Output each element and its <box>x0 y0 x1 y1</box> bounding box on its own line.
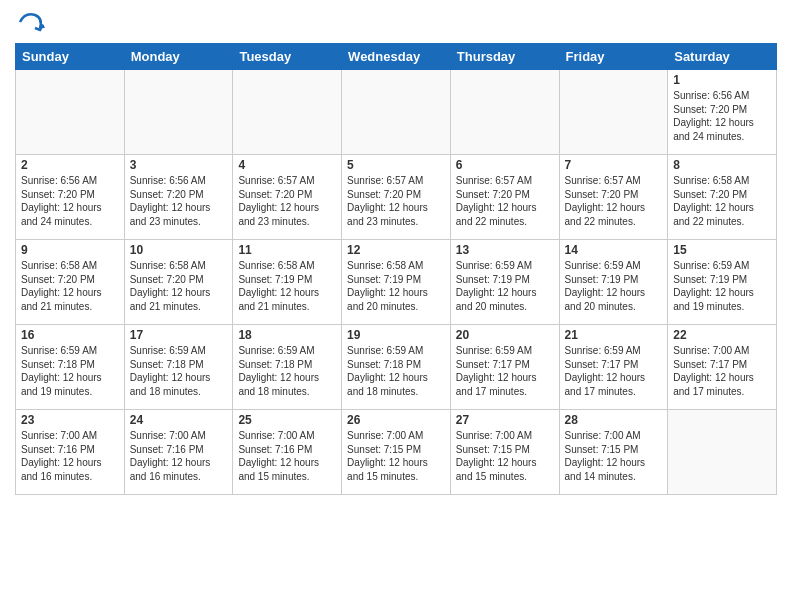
day-info: Sunrise: 6:59 AM Sunset: 7:18 PM Dayligh… <box>130 344 228 398</box>
calendar-cell: 1Sunrise: 6:56 AM Sunset: 7:20 PM Daylig… <box>668 70 777 155</box>
day-header-wednesday: Wednesday <box>342 44 451 70</box>
day-info: Sunrise: 7:00 AM Sunset: 7:15 PM Dayligh… <box>347 429 445 483</box>
calendar-cell: 27Sunrise: 7:00 AM Sunset: 7:15 PM Dayli… <box>450 410 559 495</box>
calendar-cell: 17Sunrise: 6:59 AM Sunset: 7:18 PM Dayli… <box>124 325 233 410</box>
day-header-sunday: Sunday <box>16 44 125 70</box>
day-header-thursday: Thursday <box>450 44 559 70</box>
calendar-cell: 11Sunrise: 6:58 AM Sunset: 7:19 PM Dayli… <box>233 240 342 325</box>
calendar-cell: 19Sunrise: 6:59 AM Sunset: 7:18 PM Dayli… <box>342 325 451 410</box>
calendar-cell: 3Sunrise: 6:56 AM Sunset: 7:20 PM Daylig… <box>124 155 233 240</box>
calendar-cell: 26Sunrise: 7:00 AM Sunset: 7:15 PM Dayli… <box>342 410 451 495</box>
calendar-cell <box>124 70 233 155</box>
calendar-cell: 13Sunrise: 6:59 AM Sunset: 7:19 PM Dayli… <box>450 240 559 325</box>
calendar-cell: 12Sunrise: 6:58 AM Sunset: 7:19 PM Dayli… <box>342 240 451 325</box>
day-number: 3 <box>130 158 228 172</box>
day-number: 6 <box>456 158 554 172</box>
day-number: 10 <box>130 243 228 257</box>
day-header-tuesday: Tuesday <box>233 44 342 70</box>
day-info: Sunrise: 6:57 AM Sunset: 7:20 PM Dayligh… <box>347 174 445 228</box>
calendar-cell: 23Sunrise: 7:00 AM Sunset: 7:16 PM Dayli… <box>16 410 125 495</box>
day-number: 1 <box>673 73 771 87</box>
calendar-cell: 25Sunrise: 7:00 AM Sunset: 7:16 PM Dayli… <box>233 410 342 495</box>
calendar-page: SundayMondayTuesdayWednesdayThursdayFrid… <box>0 0 792 612</box>
day-info: Sunrise: 7:00 AM Sunset: 7:16 PM Dayligh… <box>21 429 119 483</box>
day-number: 5 <box>347 158 445 172</box>
day-info: Sunrise: 6:56 AM Sunset: 7:20 PM Dayligh… <box>673 89 771 143</box>
calendar-cell: 15Sunrise: 6:59 AM Sunset: 7:19 PM Dayli… <box>668 240 777 325</box>
day-number: 15 <box>673 243 771 257</box>
calendar-cell: 8Sunrise: 6:58 AM Sunset: 7:20 PM Daylig… <box>668 155 777 240</box>
calendar-cell <box>342 70 451 155</box>
day-number: 28 <box>565 413 663 427</box>
day-info: Sunrise: 7:00 AM Sunset: 7:15 PM Dayligh… <box>456 429 554 483</box>
day-number: 19 <box>347 328 445 342</box>
day-info: Sunrise: 6:59 AM Sunset: 7:17 PM Dayligh… <box>456 344 554 398</box>
calendar-week-row: 1Sunrise: 6:56 AM Sunset: 7:20 PM Daylig… <box>16 70 777 155</box>
calendar-cell: 22Sunrise: 7:00 AM Sunset: 7:17 PM Dayli… <box>668 325 777 410</box>
day-info: Sunrise: 7:00 AM Sunset: 7:16 PM Dayligh… <box>130 429 228 483</box>
day-info: Sunrise: 6:59 AM Sunset: 7:17 PM Dayligh… <box>565 344 663 398</box>
day-info: Sunrise: 6:59 AM Sunset: 7:19 PM Dayligh… <box>456 259 554 313</box>
calendar-week-row: 23Sunrise: 7:00 AM Sunset: 7:16 PM Dayli… <box>16 410 777 495</box>
day-number: 4 <box>238 158 336 172</box>
day-info: Sunrise: 6:58 AM Sunset: 7:19 PM Dayligh… <box>347 259 445 313</box>
day-number: 12 <box>347 243 445 257</box>
day-info: Sunrise: 6:57 AM Sunset: 7:20 PM Dayligh… <box>456 174 554 228</box>
day-info: Sunrise: 7:00 AM Sunset: 7:17 PM Dayligh… <box>673 344 771 398</box>
calendar-cell: 18Sunrise: 6:59 AM Sunset: 7:18 PM Dayli… <box>233 325 342 410</box>
day-number: 24 <box>130 413 228 427</box>
calendar-cell: 10Sunrise: 6:58 AM Sunset: 7:20 PM Dayli… <box>124 240 233 325</box>
logo-icon <box>15 10 45 35</box>
day-header-saturday: Saturday <box>668 44 777 70</box>
day-info: Sunrise: 6:59 AM Sunset: 7:18 PM Dayligh… <box>21 344 119 398</box>
day-info: Sunrise: 7:00 AM Sunset: 7:16 PM Dayligh… <box>238 429 336 483</box>
calendar-table: SundayMondayTuesdayWednesdayThursdayFrid… <box>15 43 777 495</box>
day-number: 2 <box>21 158 119 172</box>
calendar-cell: 5Sunrise: 6:57 AM Sunset: 7:20 PM Daylig… <box>342 155 451 240</box>
day-number: 27 <box>456 413 554 427</box>
logo <box>15 10 47 35</box>
day-number: 17 <box>130 328 228 342</box>
day-info: Sunrise: 6:58 AM Sunset: 7:20 PM Dayligh… <box>21 259 119 313</box>
calendar-cell: 6Sunrise: 6:57 AM Sunset: 7:20 PM Daylig… <box>450 155 559 240</box>
day-info: Sunrise: 6:59 AM Sunset: 7:19 PM Dayligh… <box>565 259 663 313</box>
day-info: Sunrise: 6:58 AM Sunset: 7:20 PM Dayligh… <box>673 174 771 228</box>
day-header-friday: Friday <box>559 44 668 70</box>
header <box>15 10 777 35</box>
calendar-cell: 14Sunrise: 6:59 AM Sunset: 7:19 PM Dayli… <box>559 240 668 325</box>
calendar-header-row: SundayMondayTuesdayWednesdayThursdayFrid… <box>16 44 777 70</box>
day-info: Sunrise: 6:59 AM Sunset: 7:19 PM Dayligh… <box>673 259 771 313</box>
day-info: Sunrise: 6:56 AM Sunset: 7:20 PM Dayligh… <box>130 174 228 228</box>
day-header-monday: Monday <box>124 44 233 70</box>
calendar-cell: 16Sunrise: 6:59 AM Sunset: 7:18 PM Dayli… <box>16 325 125 410</box>
calendar-cell <box>559 70 668 155</box>
day-number: 8 <box>673 158 771 172</box>
calendar-week-row: 16Sunrise: 6:59 AM Sunset: 7:18 PM Dayli… <box>16 325 777 410</box>
day-info: Sunrise: 6:57 AM Sunset: 7:20 PM Dayligh… <box>238 174 336 228</box>
calendar-cell: 28Sunrise: 7:00 AM Sunset: 7:15 PM Dayli… <box>559 410 668 495</box>
day-info: Sunrise: 6:58 AM Sunset: 7:20 PM Dayligh… <box>130 259 228 313</box>
day-number: 16 <box>21 328 119 342</box>
calendar-cell: 24Sunrise: 7:00 AM Sunset: 7:16 PM Dayli… <box>124 410 233 495</box>
calendar-week-row: 2Sunrise: 6:56 AM Sunset: 7:20 PM Daylig… <box>16 155 777 240</box>
day-info: Sunrise: 6:57 AM Sunset: 7:20 PM Dayligh… <box>565 174 663 228</box>
calendar-cell <box>16 70 125 155</box>
day-info: Sunrise: 6:59 AM Sunset: 7:18 PM Dayligh… <box>238 344 336 398</box>
day-info: Sunrise: 6:58 AM Sunset: 7:19 PM Dayligh… <box>238 259 336 313</box>
day-number: 14 <box>565 243 663 257</box>
day-number: 13 <box>456 243 554 257</box>
day-number: 9 <box>21 243 119 257</box>
day-number: 7 <box>565 158 663 172</box>
calendar-cell: 4Sunrise: 6:57 AM Sunset: 7:20 PM Daylig… <box>233 155 342 240</box>
day-number: 20 <box>456 328 554 342</box>
day-info: Sunrise: 6:59 AM Sunset: 7:18 PM Dayligh… <box>347 344 445 398</box>
day-number: 11 <box>238 243 336 257</box>
day-number: 22 <box>673 328 771 342</box>
day-info: Sunrise: 6:56 AM Sunset: 7:20 PM Dayligh… <box>21 174 119 228</box>
day-number: 18 <box>238 328 336 342</box>
day-number: 26 <box>347 413 445 427</box>
calendar-cell <box>668 410 777 495</box>
calendar-cell: 9Sunrise: 6:58 AM Sunset: 7:20 PM Daylig… <box>16 240 125 325</box>
day-number: 23 <box>21 413 119 427</box>
day-number: 25 <box>238 413 336 427</box>
